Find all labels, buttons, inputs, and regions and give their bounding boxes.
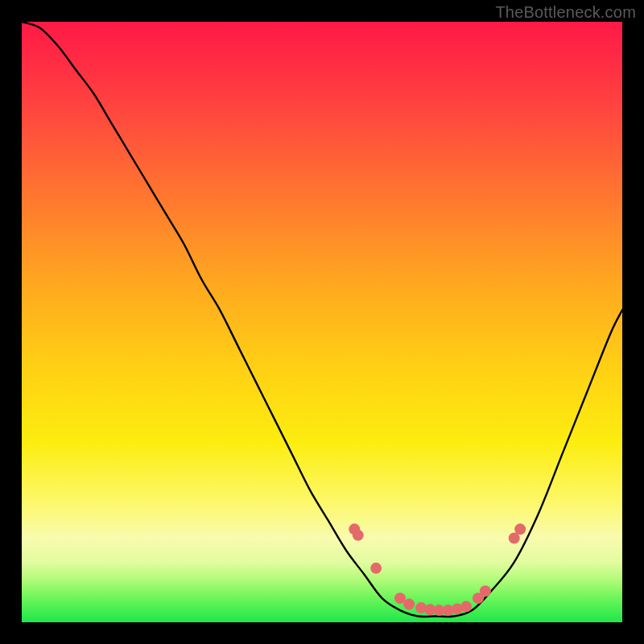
data-marker <box>403 599 415 610</box>
data-marker <box>460 601 472 613</box>
plot-area <box>22 22 622 622</box>
marker-group <box>349 523 526 616</box>
bottleneck-curve <box>22 22 622 617</box>
data-marker <box>353 530 364 541</box>
watermark-text: TheBottleneck.com <box>495 3 636 22</box>
chart-frame: TheBottleneck.com <box>0 0 644 644</box>
data-marker <box>370 563 382 574</box>
chart-svg <box>22 22 622 622</box>
data-marker <box>514 523 526 535</box>
data-marker <box>480 585 491 597</box>
